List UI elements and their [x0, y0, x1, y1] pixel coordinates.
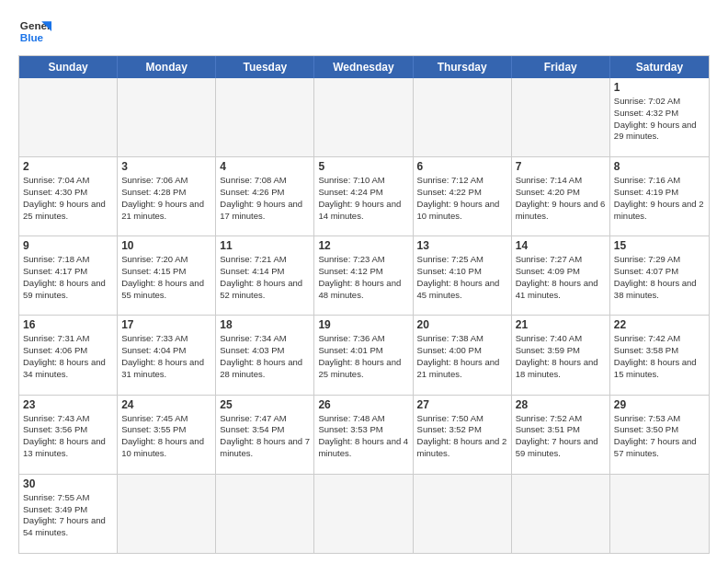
calendar-cell-15: 15Sunrise: 7:29 AM Sunset: 4:07 PM Dayli… [610, 236, 709, 316]
cell-sun-info: Sunrise: 7:16 AM Sunset: 4:19 PM Dayligh… [614, 175, 705, 222]
cell-day-number: 6 [417, 160, 507, 173]
calendar-cell-7: 7Sunrise: 7:14 AM Sunset: 4:20 PM Daylig… [512, 157, 610, 236]
calendar-cell-30: 30Sunrise: 7:55 AM Sunset: 3:49 PM Dayli… [19, 475, 118, 553]
cell-day-number: 15 [614, 239, 705, 252]
cell-day-number: 8 [614, 160, 705, 173]
day-header-monday: Monday [118, 56, 216, 78]
calendar-cell-empty [216, 475, 314, 553]
calendar-cell-27: 27Sunrise: 7:50 AM Sunset: 3:52 PM Dayli… [414, 396, 512, 475]
cell-sun-info: Sunrise: 7:04 AM Sunset: 4:30 PM Dayligh… [23, 175, 113, 222]
calendar-cell-9: 9Sunrise: 7:18 AM Sunset: 4:17 PM Daylig… [19, 236, 118, 316]
cell-day-number: 5 [318, 160, 408, 173]
cell-sun-info: Sunrise: 7:38 AM Sunset: 4:00 PM Dayligh… [417, 333, 507, 380]
cell-day-number: 3 [121, 160, 211, 173]
cell-day-number: 19 [318, 318, 408, 331]
calendar-cell-empty [118, 78, 216, 157]
cell-sun-info: Sunrise: 7:31 AM Sunset: 4:06 PM Dayligh… [23, 333, 113, 380]
cell-sun-info: Sunrise: 7:34 AM Sunset: 4:03 PM Dayligh… [220, 333, 310, 380]
day-header-saturday: Saturday [610, 56, 709, 78]
cell-day-number: 10 [121, 239, 211, 252]
cell-day-number: 21 [516, 318, 606, 331]
cell-sun-info: Sunrise: 7:43 AM Sunset: 3:56 PM Dayligh… [23, 413, 113, 460]
cell-sun-info: Sunrise: 7:48 AM Sunset: 3:53 PM Dayligh… [318, 413, 408, 460]
calendar-grid: 1Sunrise: 7:02 AM Sunset: 4:32 PM Daylig… [19, 78, 709, 553]
calendar-cell-18: 18Sunrise: 7:34 AM Sunset: 4:03 PM Dayli… [216, 316, 314, 395]
calendar-cell-empty [414, 78, 512, 157]
calendar-cell-empty [512, 78, 610, 157]
calendar: SundayMondayTuesdayWednesdayThursdayFrid… [18, 55, 710, 554]
cell-sun-info: Sunrise: 7:12 AM Sunset: 4:22 PM Dayligh… [417, 175, 507, 222]
cell-day-number: 20 [417, 318, 507, 331]
cell-sun-info: Sunrise: 7:18 AM Sunset: 4:17 PM Dayligh… [23, 254, 113, 301]
logo-icon: General Blue [18, 15, 51, 48]
calendar-cell-17: 17Sunrise: 7:33 AM Sunset: 4:04 PM Dayli… [118, 316, 216, 395]
cell-day-number: 28 [516, 398, 606, 411]
calendar-cell-empty [19, 78, 118, 157]
cell-day-number: 24 [121, 398, 211, 411]
cell-sun-info: Sunrise: 7:02 AM Sunset: 4:32 PM Dayligh… [614, 96, 705, 143]
cell-day-number: 12 [318, 239, 408, 252]
cell-day-number: 9 [23, 239, 113, 252]
calendar-cell-empty [610, 475, 709, 553]
cell-day-number: 22 [614, 318, 705, 331]
cell-sun-info: Sunrise: 7:36 AM Sunset: 4:01 PM Dayligh… [318, 333, 408, 380]
logo: General Blue [18, 15, 51, 48]
calendar-cell-24: 24Sunrise: 7:45 AM Sunset: 3:55 PM Dayli… [118, 396, 216, 475]
cell-day-number: 7 [516, 160, 606, 173]
day-header-sunday: Sunday [19, 56, 118, 78]
cell-day-number: 27 [417, 398, 507, 411]
calendar-cell-29: 29Sunrise: 7:53 AM Sunset: 3:50 PM Dayli… [610, 396, 709, 475]
cell-sun-info: Sunrise: 7:21 AM Sunset: 4:14 PM Dayligh… [220, 254, 310, 301]
day-header-friday: Friday [512, 56, 610, 78]
calendar-cell-25: 25Sunrise: 7:47 AM Sunset: 3:54 PM Dayli… [216, 396, 314, 475]
cell-day-number: 26 [318, 398, 408, 411]
cell-sun-info: Sunrise: 7:23 AM Sunset: 4:12 PM Dayligh… [318, 254, 408, 301]
cell-day-number: 1 [614, 81, 705, 94]
cell-sun-info: Sunrise: 7:33 AM Sunset: 4:04 PM Dayligh… [121, 333, 211, 380]
calendar-cell-empty [414, 475, 512, 553]
day-header-thursday: Thursday [414, 56, 512, 78]
cell-sun-info: Sunrise: 7:53 AM Sunset: 3:50 PM Dayligh… [614, 413, 705, 460]
cell-sun-info: Sunrise: 7:06 AM Sunset: 4:28 PM Dayligh… [121, 175, 211, 222]
cell-day-number: 29 [614, 398, 705, 411]
cell-sun-info: Sunrise: 7:29 AM Sunset: 4:07 PM Dayligh… [614, 254, 705, 301]
cell-day-number: 25 [220, 398, 310, 411]
day-header-wednesday: Wednesday [314, 56, 413, 78]
cell-day-number: 2 [23, 160, 113, 173]
cell-sun-info: Sunrise: 7:27 AM Sunset: 4:09 PM Dayligh… [516, 254, 606, 301]
page: General Blue SundayMondayTuesdayWednesda… [0, 0, 728, 563]
calendar-cell-13: 13Sunrise: 7:25 AM Sunset: 4:10 PM Dayli… [414, 236, 512, 316]
cell-sun-info: Sunrise: 7:25 AM Sunset: 4:10 PM Dayligh… [417, 254, 507, 301]
calendar-cell-5: 5Sunrise: 7:10 AM Sunset: 4:24 PM Daylig… [314, 157, 413, 236]
cell-day-number: 23 [23, 398, 113, 411]
cell-sun-info: Sunrise: 7:55 AM Sunset: 3:49 PM Dayligh… [23, 492, 113, 539]
cell-day-number: 13 [417, 239, 507, 252]
calendar-cell-empty [216, 78, 314, 157]
calendar-cell-20: 20Sunrise: 7:38 AM Sunset: 4:00 PM Dayli… [414, 316, 512, 395]
cell-sun-info: Sunrise: 7:14 AM Sunset: 4:20 PM Dayligh… [516, 175, 606, 222]
cell-day-number: 14 [516, 239, 606, 252]
calendar-cell-12: 12Sunrise: 7:23 AM Sunset: 4:12 PM Dayli… [314, 236, 413, 316]
cell-day-number: 11 [220, 239, 310, 252]
calendar-cell-22: 22Sunrise: 7:42 AM Sunset: 3:58 PM Dayli… [610, 316, 709, 395]
calendar-cell-3: 3Sunrise: 7:06 AM Sunset: 4:28 PM Daylig… [118, 157, 216, 236]
cell-sun-info: Sunrise: 7:50 AM Sunset: 3:52 PM Dayligh… [417, 413, 507, 460]
cell-sun-info: Sunrise: 7:52 AM Sunset: 3:51 PM Dayligh… [516, 413, 606, 460]
calendar-cell-19: 19Sunrise: 7:36 AM Sunset: 4:01 PM Dayli… [314, 316, 413, 395]
calendar-cell-23: 23Sunrise: 7:43 AM Sunset: 3:56 PM Dayli… [19, 396, 118, 475]
calendar-cell-10: 10Sunrise: 7:20 AM Sunset: 4:15 PM Dayli… [118, 236, 216, 316]
cell-day-number: 18 [220, 318, 310, 331]
calendar-cell-empty [314, 475, 413, 553]
cell-sun-info: Sunrise: 7:08 AM Sunset: 4:26 PM Dayligh… [220, 175, 310, 222]
calendar-cell-6: 6Sunrise: 7:12 AM Sunset: 4:22 PM Daylig… [414, 157, 512, 236]
header: General Blue [18, 15, 710, 48]
cell-day-number: 16 [23, 318, 113, 331]
cell-sun-info: Sunrise: 7:42 AM Sunset: 3:58 PM Dayligh… [614, 333, 705, 380]
calendar-cell-26: 26Sunrise: 7:48 AM Sunset: 3:53 PM Dayli… [314, 396, 413, 475]
calendar-cell-1: 1Sunrise: 7:02 AM Sunset: 4:32 PM Daylig… [610, 78, 709, 157]
calendar-cell-2: 2Sunrise: 7:04 AM Sunset: 4:30 PM Daylig… [19, 157, 118, 236]
cell-sun-info: Sunrise: 7:40 AM Sunset: 3:59 PM Dayligh… [516, 333, 606, 380]
day-header-tuesday: Tuesday [216, 56, 314, 78]
cell-sun-info: Sunrise: 7:20 AM Sunset: 4:15 PM Dayligh… [121, 254, 211, 301]
cell-day-number: 4 [220, 160, 310, 173]
